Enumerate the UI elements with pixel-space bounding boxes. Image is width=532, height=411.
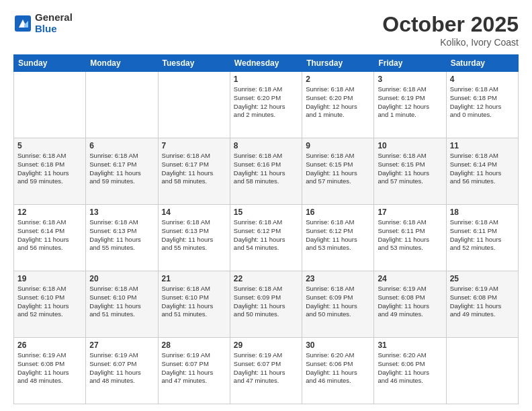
day-number: 29 [234,340,298,350]
day-info: Sunrise: 6:18 AM Sunset: 6:13 PM Dayligh… [89,218,154,253]
calendar-cell: 16Sunrise: 6:18 AM Sunset: 6:12 PM Dayli… [302,205,374,271]
calendar-cell: 3Sunrise: 6:18 AM Sunset: 6:19 PM Daylig… [374,72,446,138]
day-info: Sunrise: 6:18 AM Sunset: 6:17 PM Dayligh… [162,152,226,186]
day-info: Sunrise: 6:18 AM Sunset: 6:20 PM Dayligh… [234,85,298,120]
calendar-cell: 19Sunrise: 6:18 AM Sunset: 6:10 PM Dayli… [14,271,86,338]
week-row-5: 26Sunrise: 6:19 AM Sunset: 6:08 PM Dayli… [14,338,519,404]
calendar-cell: 11Sunrise: 6:18 AM Sunset: 6:14 PM Dayli… [446,138,518,205]
week-row-1: 1Sunrise: 6:18 AM Sunset: 6:20 PM Daylig… [14,72,519,138]
calendar-cell [158,72,230,138]
day-number: 14 [162,208,226,217]
calendar-cell: 31Sunrise: 6:20 AM Sunset: 6:06 PM Dayli… [374,338,446,404]
calendar-cell: 22Sunrise: 6:18 AM Sunset: 6:09 PM Dayli… [230,271,302,338]
calendar-cell: 25Sunrise: 6:19 AM Sunset: 6:08 PM Dayli… [446,271,518,338]
day-header-sunday: Sunday [14,55,86,72]
calendar-cell: 17Sunrise: 6:18 AM Sunset: 6:11 PM Dayli… [374,205,446,271]
calendar-cell: 30Sunrise: 6:20 AM Sunset: 6:06 PM Dayli… [302,338,374,404]
calendar-cell: 21Sunrise: 6:18 AM Sunset: 6:10 PM Dayli… [158,271,230,338]
day-info: Sunrise: 6:18 AM Sunset: 6:17 PM Dayligh… [89,152,154,186]
logo-icon [13,14,32,33]
day-info: Sunrise: 6:19 AM Sunset: 6:08 PM Dayligh… [450,285,515,319]
calendar-cell: 18Sunrise: 6:18 AM Sunset: 6:11 PM Dayli… [446,205,518,271]
day-number: 18 [450,208,515,217]
day-info: Sunrise: 6:18 AM Sunset: 6:13 PM Dayligh… [162,218,226,253]
day-info: Sunrise: 6:19 AM Sunset: 6:07 PM Dayligh… [234,351,298,385]
day-number: 25 [450,274,515,283]
day-number: 27 [89,340,154,350]
day-info: Sunrise: 6:18 AM Sunset: 6:12 PM Dayligh… [306,218,370,253]
calendar-table: SundayMondayTuesdayWednesdayThursdayFrid… [13,54,519,404]
day-info: Sunrise: 6:18 AM Sunset: 6:11 PM Dayligh… [378,218,442,253]
day-info: Sunrise: 6:18 AM Sunset: 6:12 PM Dayligh… [234,218,298,253]
day-header-thursday: Thursday [302,55,374,72]
day-number: 7 [162,141,226,150]
calendar-cell: 20Sunrise: 6:18 AM Sunset: 6:10 PM Dayli… [86,271,158,338]
day-info: Sunrise: 6:18 AM Sunset: 6:09 PM Dayligh… [306,285,370,319]
day-number: 20 [89,274,154,283]
calendar-cell: 29Sunrise: 6:19 AM Sunset: 6:07 PM Dayli… [230,338,302,404]
logo-text: General Blue [35,12,73,34]
day-info: Sunrise: 6:18 AM Sunset: 6:09 PM Dayligh… [234,285,298,319]
calendar-cell: 24Sunrise: 6:19 AM Sunset: 6:08 PM Dayli… [374,271,446,338]
day-number: 23 [306,274,370,283]
day-info: Sunrise: 6:18 AM Sunset: 6:14 PM Dayligh… [450,152,515,186]
calendar-cell: 6Sunrise: 6:18 AM Sunset: 6:17 PM Daylig… [86,138,158,205]
calendar-cell [86,72,158,138]
month-title: October 2025 [382,12,519,37]
calendar-cell: 1Sunrise: 6:18 AM Sunset: 6:20 PM Daylig… [230,72,302,138]
day-number: 10 [378,141,442,150]
day-number: 9 [306,141,370,150]
day-number: 19 [17,274,82,283]
day-number: 4 [450,75,515,84]
day-number: 21 [162,274,226,283]
day-number: 3 [378,75,442,84]
calendar-cell: 10Sunrise: 6:18 AM Sunset: 6:15 PM Dayli… [374,138,446,205]
day-info: Sunrise: 6:19 AM Sunset: 6:08 PM Dayligh… [378,285,442,319]
day-number: 22 [234,274,298,283]
day-number: 17 [378,208,442,217]
calendar-cell: 15Sunrise: 6:18 AM Sunset: 6:12 PM Dayli… [230,205,302,271]
day-number: 12 [17,208,82,217]
day-info: Sunrise: 6:18 AM Sunset: 6:20 PM Dayligh… [306,85,370,120]
day-number: 16 [306,208,370,217]
calendar-cell: 9Sunrise: 6:18 AM Sunset: 6:15 PM Daylig… [302,138,374,205]
calendar-cell: 4Sunrise: 6:18 AM Sunset: 6:18 PM Daylig… [446,72,518,138]
day-info: Sunrise: 6:19 AM Sunset: 6:07 PM Dayligh… [89,351,154,385]
day-info: Sunrise: 6:20 AM Sunset: 6:06 PM Dayligh… [306,351,370,385]
day-number: 6 [89,141,154,150]
day-number: 5 [17,141,82,150]
calendar-cell: 13Sunrise: 6:18 AM Sunset: 6:13 PM Dayli… [86,205,158,271]
day-number: 15 [234,208,298,217]
day-info: Sunrise: 6:19 AM Sunset: 6:08 PM Dayligh… [17,351,82,385]
calendar-cell: 14Sunrise: 6:18 AM Sunset: 6:13 PM Dayli… [158,205,230,271]
calendar-cell: 7Sunrise: 6:18 AM Sunset: 6:17 PM Daylig… [158,138,230,205]
day-number: 26 [17,340,82,350]
header: General Blue October 2025 Koliko, Ivory … [13,12,519,48]
day-info: Sunrise: 6:18 AM Sunset: 6:10 PM Dayligh… [162,285,226,319]
day-number: 1 [234,75,298,84]
day-info: Sunrise: 6:18 AM Sunset: 6:18 PM Dayligh… [450,85,515,120]
day-info: Sunrise: 6:18 AM Sunset: 6:15 PM Dayligh… [306,152,370,186]
day-number: 24 [378,274,442,283]
logo-general-text: General [35,12,73,24]
day-number: 11 [450,141,515,150]
week-row-2: 5Sunrise: 6:18 AM Sunset: 6:18 PM Daylig… [14,138,519,205]
logo: General Blue [13,12,73,34]
calendar-cell: 2Sunrise: 6:18 AM Sunset: 6:20 PM Daylig… [302,72,374,138]
page: General Blue October 2025 Koliko, Ivory … [0,0,532,411]
calendar-cell: 8Sunrise: 6:18 AM Sunset: 6:16 PM Daylig… [230,138,302,205]
day-number: 28 [162,340,226,350]
day-info: Sunrise: 6:18 AM Sunset: 6:14 PM Dayligh… [17,218,82,253]
day-info: Sunrise: 6:19 AM Sunset: 6:07 PM Dayligh… [162,351,226,385]
day-info: Sunrise: 6:18 AM Sunset: 6:10 PM Dayligh… [17,285,82,319]
day-info: Sunrise: 6:20 AM Sunset: 6:06 PM Dayligh… [378,351,442,385]
calendar-cell [14,72,86,138]
day-info: Sunrise: 6:18 AM Sunset: 6:15 PM Dayligh… [378,152,442,186]
week-row-4: 19Sunrise: 6:18 AM Sunset: 6:10 PM Dayli… [14,271,519,338]
day-info: Sunrise: 6:18 AM Sunset: 6:18 PM Dayligh… [17,152,82,186]
calendar-cell: 26Sunrise: 6:19 AM Sunset: 6:08 PM Dayli… [14,338,86,404]
logo-blue-text: Blue [35,24,73,35]
day-number: 2 [306,75,370,84]
week-row-3: 12Sunrise: 6:18 AM Sunset: 6:14 PM Dayli… [14,205,519,271]
calendar-cell: 27Sunrise: 6:19 AM Sunset: 6:07 PM Dayli… [86,338,158,404]
